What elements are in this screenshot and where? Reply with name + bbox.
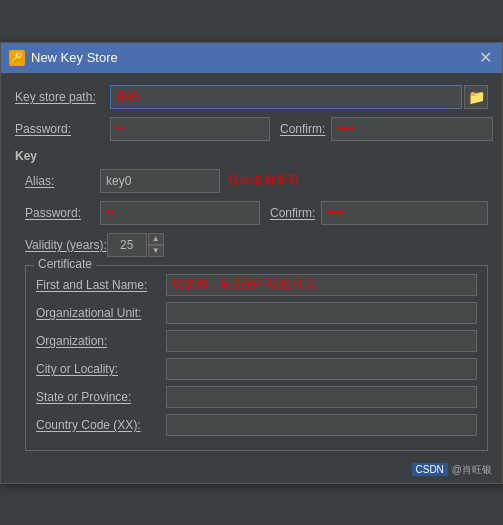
state-row: State or Province:	[36, 386, 477, 408]
country-row: Country Code (XX):	[36, 414, 477, 436]
validity-row: Validity (years): ▲ ▼	[25, 233, 488, 257]
state-input[interactable]	[166, 386, 477, 408]
bottom-bar: CSDN @肖旺银	[1, 469, 502, 483]
country-input[interactable]	[166, 414, 477, 436]
first-last-label: First and Last Name:	[36, 278, 166, 292]
city-label: City or Locality:	[36, 362, 166, 376]
brand-badge: CSDN	[412, 463, 448, 476]
org-label: Organization:	[36, 334, 166, 348]
new-key-store-dialog: 🔑 New Key Store ✕ Key store path: 📁 Pass…	[0, 42, 503, 484]
keystore-path-row: Key store path: 📁	[15, 85, 488, 109]
top-password-input[interactable]	[110, 117, 270, 141]
top-password-label: Password:	[15, 122, 110, 136]
alias-row: Alias: 填ks名称即可	[25, 169, 488, 193]
spinner-down-button[interactable]: ▼	[148, 245, 164, 257]
org-input[interactable]	[166, 330, 477, 352]
certificate-group: Certificate First and Last Name: Organiz…	[25, 265, 488, 451]
key-password-row: Password: Confirm:	[25, 201, 488, 225]
title-bar: 🔑 New Key Store ✕	[1, 43, 502, 73]
close-button[interactable]: ✕	[477, 50, 494, 66]
alias-input[interactable]	[100, 169, 220, 193]
key-password-input[interactable]	[100, 201, 260, 225]
first-last-input[interactable]	[166, 274, 477, 296]
spinner-buttons: ▲ ▼	[148, 233, 164, 257]
top-confirm-label: Confirm:	[280, 122, 325, 136]
keystore-path-label: Key store path:	[15, 90, 110, 104]
validity-spinner: ▲ ▼	[107, 233, 164, 257]
folder-browse-button[interactable]: 📁	[464, 85, 488, 109]
city-input[interactable]	[166, 358, 477, 380]
key-section: Alias: 填ks名称即可 Password: Confirm: Validi…	[15, 169, 488, 451]
dialog-body: Key store path: 📁 Password: Confirm: Key…	[1, 73, 502, 469]
watermark: CSDN @肖旺银	[412, 463, 493, 477]
spinner-up-button[interactable]: ▲	[148, 233, 164, 245]
validity-input[interactable]	[107, 233, 147, 257]
org-row: Organization:	[36, 330, 477, 352]
first-last-row: First and Last Name:	[36, 274, 477, 296]
key-icon: 🔑	[9, 50, 25, 66]
state-label: State or Province:	[36, 390, 166, 404]
org-unit-label: Organizational Unit:	[36, 306, 166, 320]
key-confirm-label: Confirm:	[270, 206, 315, 220]
org-unit-row: Organizational Unit:	[36, 302, 477, 324]
top-confirm-input[interactable]	[331, 117, 493, 141]
keystore-path-input[interactable]	[110, 85, 462, 109]
dialog-title: New Key Store	[31, 50, 118, 65]
org-unit-input[interactable]	[166, 302, 477, 324]
certificate-legend: Certificate	[34, 257, 96, 271]
key-confirm-input[interactable]	[321, 201, 488, 225]
alias-label: Alias:	[25, 174, 100, 188]
key-password-label: Password:	[25, 206, 100, 220]
validity-label: Validity (years):	[25, 238, 107, 252]
key-section-label: Key	[15, 149, 488, 163]
author-text: @肖旺银	[452, 463, 492, 477]
country-label: Country Code (XX):	[36, 418, 166, 432]
title-bar-left: 🔑 New Key Store	[9, 50, 118, 66]
alias-hint: 填ks名称即可	[228, 172, 300, 189]
city-row: City or Locality:	[36, 358, 477, 380]
top-password-row: Password: Confirm:	[15, 117, 488, 141]
